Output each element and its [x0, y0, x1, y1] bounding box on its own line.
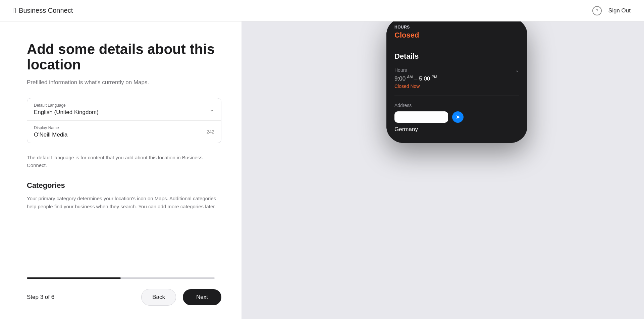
phone-inner: HOURS Closed Details Hours ⌄ — [386, 21, 527, 143]
location-button[interactable]: ➤ — [452, 111, 464, 123]
closed-now-label: Closed Now — [394, 84, 519, 89]
details-section: Details Hours ⌄ 9:00 AM – 5:00 PM — [394, 52, 519, 133]
form-field-group: Default Language English (United Kingdom… — [27, 98, 221, 143]
page-subtitle: Prefilled information is what's currentl… — [27, 79, 221, 86]
phone-preview: HOURS Closed Details Hours ⌄ — [386, 21, 527, 143]
app-header:  Business Connect ? Sign Out — [0, 0, 644, 21]
address-label: Address — [394, 103, 519, 108]
default-language-field[interactable]: Default Language English (United Kingdom… — [27, 98, 221, 121]
hours-section: HOURS Closed — [394, 25, 519, 45]
display-name-value: O'Neill Media — [34, 131, 68, 138]
right-panel: HOURS Closed Details Hours ⌄ — [241, 21, 644, 319]
back-button[interactable]: Back — [141, 289, 176, 306]
address-bar: ➤ — [394, 111, 519, 123]
sign-out-button[interactable]: Sign Out — [608, 7, 631, 14]
hours-am-label: AM — [407, 75, 413, 79]
display-name-label: Display Name — [34, 125, 68, 130]
app-logo:  Business Connect — [13, 6, 73, 15]
apple-icon:  — [13, 6, 16, 15]
logo-text: Business Connect — [19, 7, 73, 14]
phone-mockup: HOURS Closed Details Hours ⌄ — [386, 21, 527, 143]
chevron-down-icon: ⌄ — [209, 106, 214, 113]
hours-chevron-icon: ⌄ — [515, 67, 519, 73]
bottom-navigation: Step 3 of 6 Back Next — [27, 289, 221, 306]
progress-fill — [27, 277, 121, 279]
hours-label: HOURS — [394, 25, 519, 30]
address-country: Germany — [394, 126, 519, 133]
page-title: Add some details about this location — [27, 42, 221, 72]
helper-text: The default language is for content that… — [27, 154, 221, 169]
hours-start-time: 9:00 AM – 5:00 PM — [394, 75, 437, 82]
display-name-field[interactable]: Display Name O'Neill Media 242 — [27, 121, 221, 143]
hours-row-header: Hours ⌄ — [394, 67, 519, 73]
default-language-value: English (United Kingdom) — [34, 109, 99, 115]
default-language-content: Default Language English (United Kingdom… — [34, 103, 99, 116]
display-name-content: Display Name O'Neill Media — [34, 125, 68, 138]
address-search-box — [394, 111, 448, 123]
location-arrow-icon: ➤ — [456, 114, 460, 120]
hours-time: 9:00 AM – 5:00 PM — [394, 75, 519, 82]
left-panel: Add some details about this location Pre… — [0, 21, 241, 319]
help-button[interactable]: ? — [592, 6, 602, 15]
main-content: Add some details about this location Pre… — [0, 21, 644, 319]
phone-screen: HOURS Closed Details Hours ⌄ — [386, 21, 527, 143]
header-actions: ? Sign Out — [592, 6, 631, 15]
categories-text: Your primary category determines your lo… — [27, 195, 221, 211]
hours-row-label: Hours — [394, 67, 407, 73]
next-button[interactable]: Next — [183, 289, 221, 305]
default-language-label: Default Language — [34, 103, 99, 108]
hours-detail-row: Hours ⌄ 9:00 AM – 5:00 PM Closed Now — [394, 67, 519, 96]
char-count: 242 — [207, 129, 214, 135]
progress-track — [27, 277, 215, 279]
categories-title: Categories — [27, 181, 221, 190]
hours-status: Closed — [394, 31, 519, 40]
step-label: Step 3 of 6 — [27, 294, 54, 301]
hours-pm-label: PM — [432, 75, 437, 79]
address-section: Address ➤ Germany — [394, 103, 519, 133]
details-title: Details — [394, 52, 519, 61]
progress-section: Step 3 of 6 Back Next — [27, 267, 221, 306]
